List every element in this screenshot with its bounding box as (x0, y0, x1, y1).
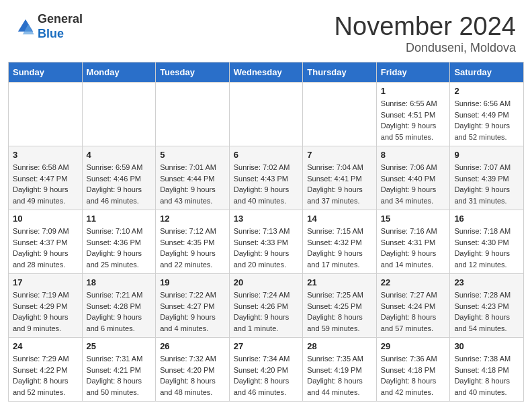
calendar-week-row: 1Sunrise: 6:55 AMSunset: 4:51 PMDaylight… (9, 83, 524, 146)
calendar-day-cell (303, 83, 377, 146)
calendar-day-cell: 3Sunrise: 6:58 AMSunset: 4:47 PMDaylight… (9, 146, 83, 210)
calendar-day-cell: 4Sunrise: 6:59 AMSunset: 4:46 PMDaylight… (82, 146, 156, 210)
day-info: Sunrise: 6:59 AMSunset: 4:46 PMDaylight:… (87, 162, 152, 206)
day-number: 30 (454, 341, 519, 351)
day-info: Sunrise: 7:25 AMSunset: 4:25 PMDaylight:… (307, 289, 372, 334)
day-number: 8 (381, 150, 446, 160)
day-info: Sunrise: 7:15 AMSunset: 4:32 PMDaylight:… (307, 226, 372, 270)
day-info: Sunrise: 7:34 AMSunset: 4:20 PMDaylight:… (234, 353, 299, 398)
calendar-day-cell: 24Sunrise: 7:29 AMSunset: 4:22 PMDayligh… (9, 338, 83, 402)
day-info: Sunrise: 7:12 AMSunset: 4:35 PMDaylight:… (160, 226, 225, 270)
day-number: 28 (307, 341, 372, 351)
calendar-week-row: 10Sunrise: 7:09 AMSunset: 4:37 PMDayligh… (9, 210, 524, 274)
logo-icon (16, 17, 35, 36)
day-number: 15 (381, 214, 446, 224)
weekday-tuesday: Tuesday (156, 62, 230, 83)
calendar-day-cell: 27Sunrise: 7:34 AMSunset: 4:20 PMDayligh… (229, 338, 303, 402)
day-info: Sunrise: 7:18 AMSunset: 4:30 PMDaylight:… (454, 226, 519, 270)
logo: General Blue (16, 12, 83, 41)
day-number: 25 (87, 341, 152, 351)
day-info: Sunrise: 7:22 AMSunset: 4:27 PMDaylight:… (160, 289, 225, 334)
calendar-day-cell: 5Sunrise: 7:01 AMSunset: 4:44 PMDaylight… (156, 146, 230, 210)
calendar-day-cell: 13Sunrise: 7:13 AMSunset: 4:33 PMDayligh… (229, 210, 303, 274)
logo-general-text: General (38, 12, 83, 27)
day-info: Sunrise: 7:29 AMSunset: 4:22 PMDaylight:… (13, 353, 78, 398)
day-number: 27 (234, 341, 299, 351)
weekday-sunday: Sunday (9, 62, 83, 83)
day-info: Sunrise: 7:01 AMSunset: 4:44 PMDaylight:… (160, 162, 225, 206)
calendar-header: SundayMondayTuesdayWednesdayThursdayFrid… (9, 62, 524, 83)
day-info: Sunrise: 7:28 AMSunset: 4:23 PMDaylight:… (454, 289, 519, 334)
day-info: Sunrise: 7:09 AMSunset: 4:37 PMDaylight:… (13, 226, 78, 270)
day-number: 23 (454, 277, 519, 287)
day-number: 26 (160, 341, 225, 351)
day-number: 17 (13, 277, 78, 287)
day-number: 11 (87, 214, 152, 224)
calendar-day-cell: 14Sunrise: 7:15 AMSunset: 4:32 PMDayligh… (303, 210, 377, 274)
day-number: 24 (13, 341, 78, 351)
month-title: November 2024 (335, 12, 516, 41)
weekday-friday: Friday (376, 62, 450, 83)
day-info: Sunrise: 7:36 AMSunset: 4:18 PMDaylight:… (381, 353, 446, 398)
calendar-day-cell (229, 83, 303, 146)
day-info: Sunrise: 6:56 AMSunset: 4:49 PMDaylight:… (454, 98, 519, 142)
day-number: 18 (87, 277, 152, 287)
day-info: Sunrise: 6:55 AMSunset: 4:51 PMDaylight:… (381, 98, 446, 142)
day-info: Sunrise: 7:02 AMSunset: 4:43 PMDaylight:… (234, 162, 299, 206)
calendar-day-cell: 7Sunrise: 7:04 AMSunset: 4:41 PMDaylight… (303, 146, 377, 210)
calendar-day-cell: 23Sunrise: 7:28 AMSunset: 4:23 PMDayligh… (450, 274, 524, 338)
day-info: Sunrise: 7:13 AMSunset: 4:33 PMDaylight:… (234, 226, 299, 270)
weekday-saturday: Saturday (450, 62, 524, 83)
calendar-day-cell: 15Sunrise: 7:16 AMSunset: 4:31 PMDayligh… (376, 210, 450, 274)
calendar-wrapper: SundayMondayTuesdayWednesdayThursdayFrid… (0, 62, 532, 410)
day-info: Sunrise: 7:07 AMSunset: 4:39 PMDaylight:… (454, 162, 519, 206)
calendar-week-row: 24Sunrise: 7:29 AMSunset: 4:22 PMDayligh… (9, 338, 524, 402)
day-info: Sunrise: 7:19 AMSunset: 4:29 PMDaylight:… (13, 289, 78, 334)
calendar-day-cell: 25Sunrise: 7:31 AMSunset: 4:21 PMDayligh… (82, 338, 156, 402)
weekday-monday: Monday (82, 62, 156, 83)
day-number: 5 (160, 150, 225, 160)
calendar-day-cell: 1Sunrise: 6:55 AMSunset: 4:51 PMDaylight… (376, 83, 450, 146)
day-number: 10 (13, 214, 78, 224)
day-number: 3 (13, 150, 78, 160)
calendar-week-row: 3Sunrise: 6:58 AMSunset: 4:47 PMDaylight… (9, 146, 524, 210)
day-number: 6 (234, 150, 299, 160)
calendar-day-cell: 8Sunrise: 7:06 AMSunset: 4:40 PMDaylight… (376, 146, 450, 210)
calendar-day-cell: 26Sunrise: 7:32 AMSunset: 4:20 PMDayligh… (156, 338, 230, 402)
day-number: 2 (454, 86, 519, 96)
calendar-day-cell: 19Sunrise: 7:22 AMSunset: 4:27 PMDayligh… (156, 274, 230, 338)
day-info: Sunrise: 7:06 AMSunset: 4:40 PMDaylight:… (381, 162, 446, 206)
weekday-wednesday: Wednesday (229, 62, 303, 83)
calendar-day-cell: 11Sunrise: 7:10 AMSunset: 4:36 PMDayligh… (82, 210, 156, 274)
day-info: Sunrise: 7:04 AMSunset: 4:41 PMDaylight:… (307, 162, 372, 206)
weekday-thursday: Thursday (303, 62, 377, 83)
day-info: Sunrise: 7:24 AMSunset: 4:26 PMDaylight:… (234, 289, 299, 334)
calendar-day-cell: 21Sunrise: 7:25 AMSunset: 4:25 PMDayligh… (303, 274, 377, 338)
day-number: 4 (87, 150, 152, 160)
day-number: 19 (160, 277, 225, 287)
day-number: 13 (234, 214, 299, 224)
day-info: Sunrise: 6:58 AMSunset: 4:47 PMDaylight:… (13, 162, 78, 206)
calendar-day-cell: 6Sunrise: 7:02 AMSunset: 4:43 PMDaylight… (229, 146, 303, 210)
day-number: 22 (381, 277, 446, 287)
logo-text: General Blue (38, 12, 83, 41)
day-number: 1 (381, 86, 446, 96)
calendar-day-cell: 22Sunrise: 7:27 AMSunset: 4:24 PMDayligh… (376, 274, 450, 338)
calendar-day-cell (9, 83, 83, 146)
day-number: 29 (381, 341, 446, 351)
calendar-day-cell: 9Sunrise: 7:07 AMSunset: 4:39 PMDaylight… (450, 146, 524, 210)
day-number: 21 (307, 277, 372, 287)
calendar-day-cell (156, 83, 230, 146)
page-header: General Blue November 2024 Donduseni, Mo… (0, 0, 532, 62)
day-info: Sunrise: 7:10 AMSunset: 4:36 PMDaylight:… (87, 226, 152, 270)
logo-blue-text: Blue (38, 27, 83, 42)
calendar-day-cell: 29Sunrise: 7:36 AMSunset: 4:18 PMDayligh… (376, 338, 450, 402)
location-title: Donduseni, Moldova (335, 41, 516, 55)
day-info: Sunrise: 7:35 AMSunset: 4:19 PMDaylight:… (307, 353, 372, 398)
day-number: 7 (307, 150, 372, 160)
day-number: 14 (307, 214, 372, 224)
calendar-day-cell: 20Sunrise: 7:24 AMSunset: 4:26 PMDayligh… (229, 274, 303, 338)
day-number: 9 (454, 150, 519, 160)
title-block: November 2024 Donduseni, Moldova (335, 12, 516, 55)
calendar-day-cell: 18Sunrise: 7:21 AMSunset: 4:28 PMDayligh… (82, 274, 156, 338)
